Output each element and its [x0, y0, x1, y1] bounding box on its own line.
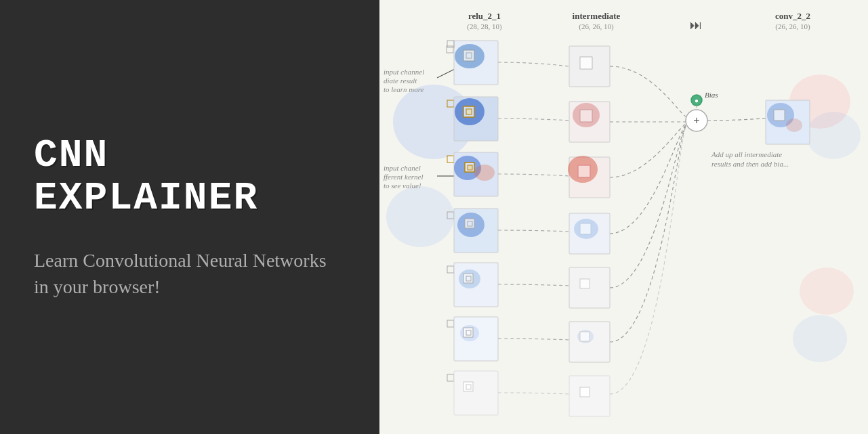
app-subtitle: Learn Convolutional Neural Networks in y…	[34, 247, 346, 300]
svg-rect-50	[463, 328, 473, 337]
svg-rect-19	[466, 109, 472, 114]
conv-sublabel: (26, 26, 10)	[775, 22, 810, 31]
svg-rect-22	[580, 110, 592, 122]
network-visualization: relu_2_1 (28, 28, 10) intermediate (26, …	[379, 0, 868, 434]
left-panel: CNN Explainer Learn Convolutional Neural…	[0, 0, 379, 434]
input-channel-tooltip: input channel	[384, 68, 424, 76]
relu-sublabel: (28, 28, 10)	[467, 22, 502, 31]
svg-point-2	[386, 186, 454, 247]
relu-label: relu_2_1	[468, 11, 501, 21]
svg-rect-10	[463, 50, 474, 61]
skip-icon[interactable]: ⏭	[690, 18, 702, 32]
svg-point-5	[800, 267, 854, 315]
intermediate-result-tooltip: diate result	[384, 77, 417, 85]
conv-label: conv_2_2	[775, 11, 810, 21]
svg-text:●: ●	[695, 97, 699, 104]
input-chanel-tooltip: input chanel	[384, 164, 421, 172]
add-annotation-line2: results and then add bia...	[711, 160, 789, 168]
svg-point-4	[806, 112, 861, 159]
svg-rect-60	[580, 387, 590, 397]
svg-rect-31	[578, 165, 590, 177]
svg-rect-54	[580, 332, 590, 341]
right-panel: relu_2_1 (28, 28, 10) intermediate (26, …	[379, 0, 868, 434]
bias-label: Bias	[705, 91, 718, 99]
different-kernel-tooltip: fferent kernel	[384, 173, 423, 181]
svg-point-68	[786, 118, 802, 132]
svg-rect-56	[454, 371, 498, 415]
svg-text:+: +	[693, 114, 699, 126]
intermediate-sublabel: (26, 26, 10)	[579, 22, 614, 31]
svg-point-6	[793, 315, 847, 362]
svg-rect-39	[580, 223, 591, 234]
svg-point-26	[474, 165, 495, 181]
svg-rect-28	[468, 165, 472, 170]
svg-rect-57	[463, 382, 473, 391]
add-annotation-line1: Add up all intermediate	[711, 150, 782, 158]
svg-rect-43	[463, 274, 473, 283]
svg-rect-14	[580, 57, 592, 69]
intermediate-label: intermediate	[573, 11, 621, 21]
learn-more-tooltip: to learn more	[384, 85, 424, 93]
svg-rect-35	[465, 219, 474, 228]
app-title: CNN Explainer	[34, 134, 346, 221]
see-value-tooltip: to see value!	[384, 181, 421, 190]
svg-rect-69	[774, 110, 785, 121]
svg-rect-46	[580, 279, 590, 288]
